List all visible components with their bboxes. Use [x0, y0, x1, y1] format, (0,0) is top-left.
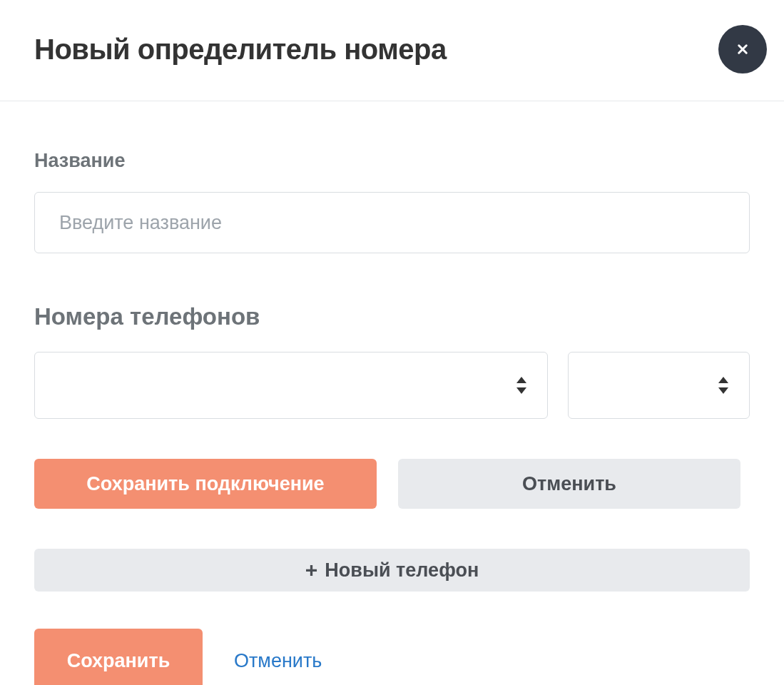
phone-select[interactable] [34, 352, 548, 419]
cancel-connection-button[interactable]: Отменить [398, 459, 740, 509]
footer-actions: Сохранить Отменить [34, 629, 750, 685]
new-phone-label: Новый телефон [325, 559, 479, 582]
name-label: Название [34, 150, 750, 172]
modal-body: Название Номера телефонов Сохранить подк… [0, 101, 784, 685]
save-button[interactable]: Сохранить [34, 629, 203, 685]
plus-icon: + [305, 559, 318, 581]
close-button[interactable] [718, 25, 767, 73]
close-icon [736, 43, 749, 56]
phone-select-row [34, 352, 750, 419]
phones-label: Номера телефонов [34, 303, 750, 330]
cancel-button[interactable]: Отменить [234, 650, 322, 672]
phone-type-select[interactable] [568, 352, 750, 419]
save-connection-button[interactable]: Сохранить подключение [34, 459, 377, 509]
name-input[interactable] [34, 192, 750, 253]
new-phone-button[interactable]: + Новый телефон [34, 549, 750, 592]
modal-header: Новый определитель номера [0, 0, 784, 101]
page-title: Новый определитель номера [34, 34, 447, 66]
connection-button-row: Сохранить подключение Отменить [34, 459, 750, 509]
